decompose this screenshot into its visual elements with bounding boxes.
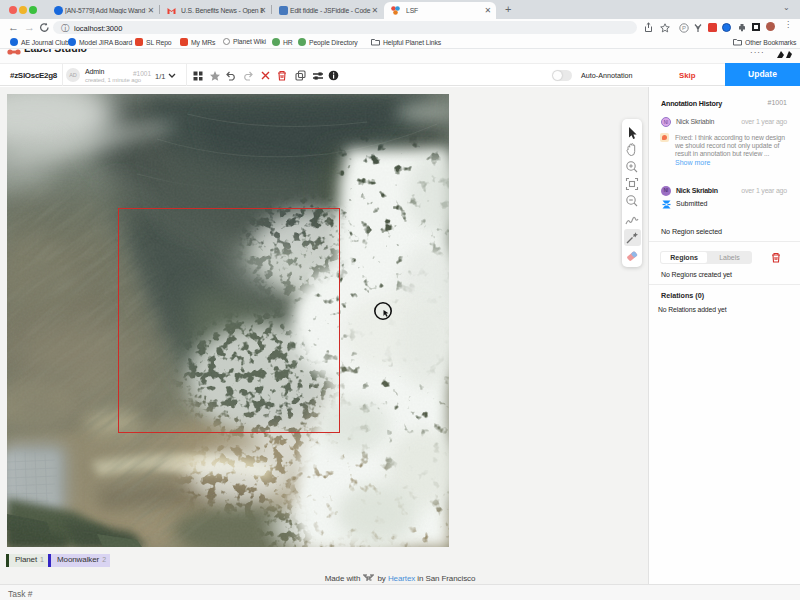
svg-text:P: P	[682, 25, 686, 31]
